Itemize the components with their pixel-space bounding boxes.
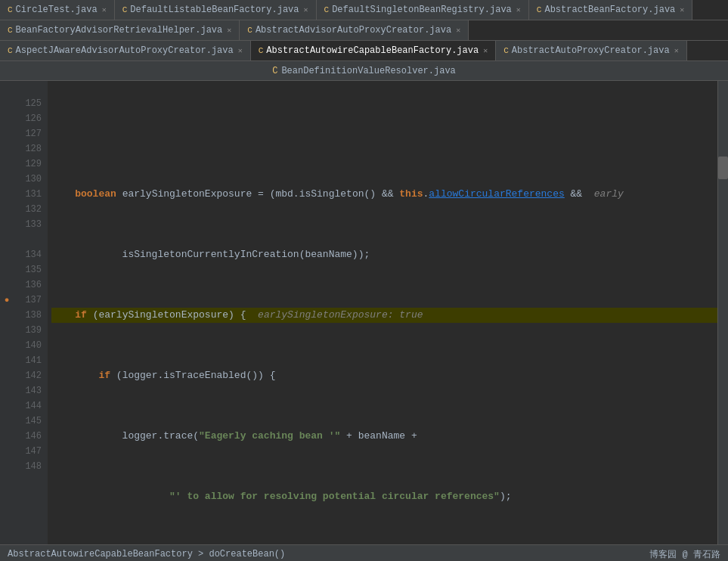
status-right: 博客园 @ 青石路 (649, 548, 720, 561)
tab-row-1: C CircleTest.java ✕ C DefaultListableBea… (0, 0, 728, 20)
tab-abstractautoproxy[interactable]: C AbstractAutoProxyCreator.java ✕ (496, 41, 686, 60)
code-area: ● 125 126 127 128 129 130 131 132 133 13… (0, 81, 728, 544)
tab-label-beanfactoryadvisor: BeanFactoryAdvisorRetrievalHelper.java (16, 25, 223, 36)
scrollbar-thumb[interactable] (718, 157, 728, 179)
close-abstractautowire[interactable]: ✕ (483, 46, 488, 55)
tab-label-abstractautowire: AbstractAutowireCapableBeanFactory.java (266, 45, 479, 56)
tab-defaultlistable[interactable]: C DefaultListableBeanFactory.java ✕ (115, 0, 317, 20)
line-numbers: 125 126 127 128 129 130 131 132 133 134 … (14, 81, 48, 544)
close-aspectjaware[interactable]: ✕ (238, 46, 243, 55)
tab-bar: C CircleTest.java ✕ C DefaultListableBea… (0, 0, 728, 61)
tab-icon-c3: C (324, 5, 330, 14)
tab-icon-c5: C (8, 26, 13, 35)
tab-label-aspectjaware: AspectJAwareAdvisorAutoProxyCreator.java (16, 45, 234, 56)
gutter-icons: ● (0, 81, 14, 544)
code-line-125: boolean earlySingletonExposure = (mbd.is… (51, 187, 717, 202)
tab-row-2: C BeanFactoryAdvisorRetrievalHelper.java… (0, 20, 728, 41)
tab-icon-c9: C (503, 46, 509, 55)
status-left: AbstractAutowireCapableBeanFactory > doC… (8, 549, 285, 559)
close-defaultlistable[interactable]: ✕ (304, 5, 308, 14)
status-method: doCreateBean() (209, 549, 285, 559)
tab-abstractadvisorauto[interactable]: C AbstractAdvisorAutoProxyCreator.java ✕ (240, 20, 469, 40)
tab-icon-c8: C (259, 46, 264, 55)
code-line-128: if (logger.isTraceEnabled()) { (51, 368, 717, 383)
tab-circletest[interactable]: C CircleTest.java ✕ (0, 0, 115, 20)
tab-icon-c4: C (537, 5, 542, 14)
close-beanfactoryadvisor[interactable]: ✕ (227, 26, 231, 35)
tab-beanfactoryadvisor[interactable]: C BeanFactoryAdvisorRetrievalHelper.java… (0, 20, 240, 40)
code-line-129: logger.trace("Eagerly caching bean '" + … (51, 429, 717, 444)
tab-defaultsingleton[interactable]: C DefaultSingletonBeanRegistry.java ✕ (317, 0, 529, 20)
filename-bar: C BeanDefinitionValueResolver.java (0, 61, 728, 81)
code-line-130: "' to allow for resolving potential circ… (51, 489, 717, 504)
close-defaultsingleton[interactable]: ✕ (516, 5, 521, 14)
tab-label-abstractadvisorauto: AbstractAdvisorAutoProxyCreator.java (256, 25, 451, 36)
status-class: AbstractAutowireCapableBeanFactory (8, 549, 193, 559)
tab-label-defaultsingleton: DefaultSingletonBeanRegistry.java (332, 5, 512, 15)
tab-icon-c1: C (8, 5, 13, 14)
close-circletest[interactable]: ✕ (102, 5, 107, 14)
code-line-127: if (earlySingletonExposure) { earlySingl… (51, 308, 717, 323)
filename-label: BeanDefinitionValueResolver.java (281, 66, 455, 76)
tab-row-3: C AspectJAwareAdvisorAutoProxyCreator.ja… (0, 41, 728, 61)
code-content[interactable]: boolean earlySingletonExposure = (mbd.is… (48, 81, 717, 544)
tab-label-circletest: CircleTest.java (16, 5, 98, 15)
tab-icon-c6: C (247, 26, 252, 35)
code-line-126: isSingletonCurrentlyInCreation(beanName)… (51, 247, 717, 262)
close-abstractadvisorauto[interactable]: ✕ (456, 26, 460, 35)
tab-abstractautowire[interactable]: C AbstractAutowireCapableBeanFactory.jav… (251, 41, 497, 60)
status-separator: > (198, 549, 209, 559)
code-line-blank (51, 126, 717, 141)
close-abstractbeanfactory[interactable]: ✕ (680, 5, 684, 14)
status-bar: AbstractAutowireCapableBeanFactory > doC… (0, 544, 728, 561)
tab-aspectjaware[interactable]: C AspectJAwareAdvisorAutoProxyCreator.ja… (0, 41, 251, 60)
tab-icon-c2: C (122, 5, 128, 14)
tab-icon-c7: C (8, 46, 13, 55)
vertical-scrollbar[interactable] (717, 81, 728, 544)
tab-label-abstractbeanfactory: AbstractBeanFactory.java (544, 5, 675, 15)
file-icon: C (272, 66, 277, 76)
close-abstractautoproxy[interactable]: ✕ (674, 46, 679, 55)
tab-label-abstractautoproxy: AbstractAutoProxyCreator.java (512, 45, 670, 56)
tab-label-defaultlistable: DefaultListableBeanFactory.java (130, 5, 299, 15)
tab-abstractbeanfactory[interactable]: C AbstractBeanFactory.java ✕ (529, 0, 692, 20)
